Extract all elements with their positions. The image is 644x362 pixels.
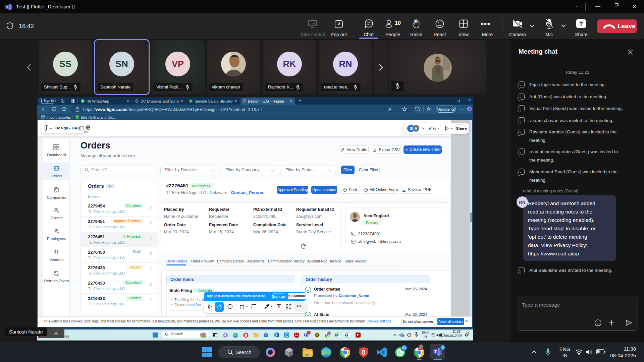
svg-text:T: T bbox=[305, 334, 306, 336]
svg-text:T: T bbox=[434, 350, 437, 354]
svg-text:T: T bbox=[6, 5, 8, 9]
